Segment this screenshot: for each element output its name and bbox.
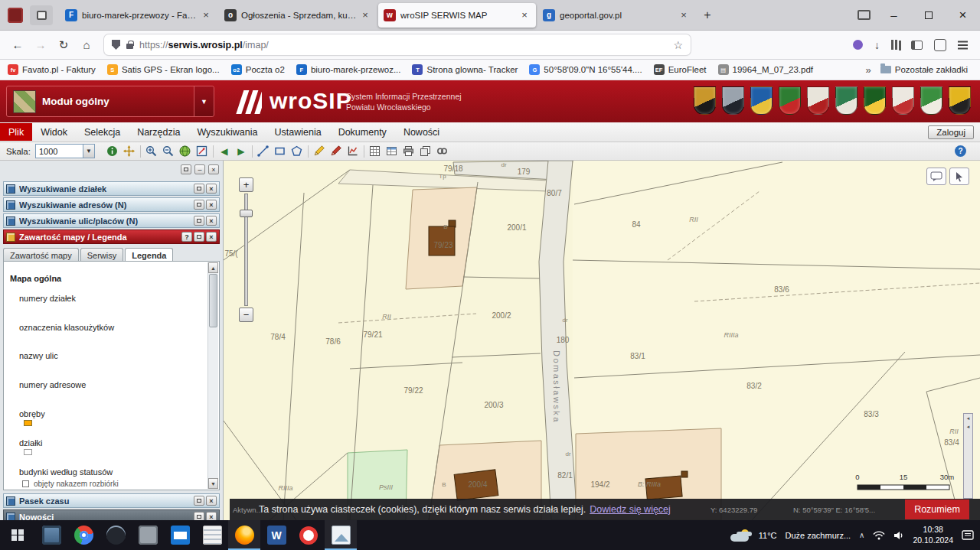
tray-expand-icon[interactable]: ∧ [859,531,864,539]
window-minimize-button[interactable]: – [877,0,911,30]
privacy-badge-icon[interactable] [853,40,863,50]
taskbar-app-word[interactable]: W [260,520,292,550]
start-button[interactable] [0,520,35,550]
menu-widok[interactable]: Widok [32,123,76,141]
menu-ustawienia[interactable]: Ustawienia [266,123,330,141]
grid-button[interactable] [367,144,384,159]
map-pointer-button[interactable] [949,168,969,185]
module-selector[interactable]: Moduł ogólny ▼ [6,86,214,117]
extensions-icon[interactable] [934,39,946,51]
panel-help-button[interactable]: ? [181,232,192,242]
legend-scrollbar[interactable]: ▲ ▼ [207,262,218,489]
forward-button[interactable]: → [29,34,52,56]
menu-wyszukiwania[interactable]: Wyszukiwania [188,123,266,141]
panel-wyszukiwanie-dzialek[interactable]: Wyszukiwanie działek × [3,181,220,196]
action-center-icon[interactable] [962,530,974,541]
cookie-accept-button[interactable]: Rozumiem [905,500,969,519]
menu-narzedzia[interactable]: Narzędzia [129,123,188,141]
panel-close-button[interactable]: × [206,496,217,506]
taskbar-app-mail[interactable] [164,520,196,550]
panel-close-button[interactable]: × [206,184,217,194]
panel-pasek-czasu[interactable]: Pasek czasu × [3,493,220,508]
panel-close-button[interactable]: × [206,216,217,226]
measure-polygon-button[interactable] [289,144,305,159]
tab-close-icon[interactable]: × [200,9,212,21]
scale-select[interactable]: 1000 ▼ [35,144,95,158]
overview-button[interactable] [177,144,194,159]
tab-3-active[interactable]: w wroSIP SERWIS MAP × [378,3,536,28]
library-icon[interactable] [891,40,893,50]
login-button[interactable]: Zaloguj [928,125,974,139]
reload-button[interactable]: ↻ [52,34,75,56]
zoom-out-button[interactable] [160,144,177,159]
bookmark-star-icon[interactable]: ☆ [673,39,683,51]
next-view-button[interactable]: ▶ [233,144,250,159]
menu-nowosci[interactable]: Nowości [395,123,448,141]
bookmark-item[interactable]: SSatis GPS - Ekran logo... [107,64,220,75]
cookie-more-link[interactable]: Dowiedz się więcej [590,504,671,515]
measure-line-button[interactable] [255,144,272,159]
bookmark-item[interactable]: Fbiuro-marek-przewoz... [296,64,401,75]
panel-zawartosc-mapy-legenda[interactable]: Zawartość mapy / Legenda ? × [3,229,220,244]
menu-selekcja[interactable]: Selekcja [76,123,129,141]
help-button[interactable]: ? [955,145,966,157]
bookmark-item[interactable]: TStrona glowna- Tracker [412,64,518,75]
tab-1[interactable]: F biuro-marek-przewozy - Faktur × [60,3,217,28]
list-tabs-button[interactable] [851,10,877,20]
bookmark-item[interactable]: EFEuroFleet [654,64,707,75]
taskbar-app-firefox[interactable] [228,520,260,550]
tracking-shield-icon[interactable] [112,40,120,50]
panel-restore-button[interactable] [194,496,204,506]
measure-area-button[interactable] [272,144,289,159]
map-zoom-in-button[interactable]: + [239,177,253,192]
new-tab-button[interactable]: + [696,5,719,26]
scroll-thumb[interactable] [209,274,217,327]
scroll-up-icon[interactable]: ▲ [208,262,218,273]
menu-hamburger-icon[interactable] [958,44,968,46]
panel-restore-button[interactable] [194,184,204,194]
taskbar-app-opera[interactable] [292,520,325,550]
sketch-red-button[interactable] [328,144,345,159]
scale-caret-icon[interactable]: ▼ [83,145,94,158]
panel-wyszukiwanie-ulic[interactable]: Wyszukiwanie ulic/placów (N) × [3,213,220,228]
frames-button[interactable] [417,144,434,159]
taskbar-clock[interactable]: 10:38 20.10.2024 [913,525,953,545]
attribute-table-button[interactable] [384,144,400,159]
zoom-extent-button[interactable] [194,144,211,159]
panel-restore-button[interactable] [194,200,204,210]
bookmark-item[interactable]: fvFavato.pl - Faktury [8,64,96,75]
sidebar-close-button[interactable]: × [208,164,219,174]
home-button[interactable]: ⌂ [75,34,98,56]
map-comment-button[interactable] [926,168,946,185]
downloads-button[interactable]: ↓ [874,39,880,51]
legend-checkbox[interactable] [22,480,29,487]
bookmarks-overflow-chevron[interactable]: » [866,64,871,76]
scroll-down-icon[interactable]: ▼ [208,478,218,489]
tab-serwisy[interactable]: Serwisy [80,248,124,262]
menu-plik[interactable]: Plik [0,123,32,141]
collapsed-timeline-strip[interactable]: ◂ ◂ [963,413,973,499]
previous-view-button[interactable]: ◀ [216,144,233,159]
taskbar-app-viewer[interactable] [325,520,357,550]
map-zoom-out-button[interactable]: − [239,308,253,322]
tab-close-icon[interactable]: × [678,9,690,21]
panel-wyszukiwanie-adresow[interactable]: Wyszukiwanie adresów (N) × [3,197,220,212]
profile-button[interactable] [345,144,361,159]
taskbar-app-4[interactable] [132,520,164,550]
sidebar-toggle-icon[interactable] [911,41,923,50]
panel-restore-button[interactable] [194,216,204,226]
zoom-slider-handle[interactable] [240,210,253,217]
taskbar-app-1[interactable] [35,520,67,550]
tab-2[interactable]: o Ogłoszenia - Sprzedam, kupię n × [219,3,377,28]
panel-close-button[interactable]: × [206,232,217,242]
weather-temp[interactable]: 11°C [759,531,777,540]
taskbar-app-chrome[interactable] [67,520,100,550]
panel-restore-button[interactable] [194,232,204,242]
bookmark-item[interactable]: G50°58'09.0"N 16°55'44.... [529,64,642,75]
sidebar-minimize-button[interactable]: – [194,164,205,174]
volume-icon[interactable] [893,531,904,540]
taskbar-app-doc[interactable] [196,520,228,550]
module-dropdown-caret[interactable]: ▼ [194,86,214,116]
firefox-view-button[interactable] [30,5,53,25]
sidebar-restore-button[interactable] [181,164,191,174]
